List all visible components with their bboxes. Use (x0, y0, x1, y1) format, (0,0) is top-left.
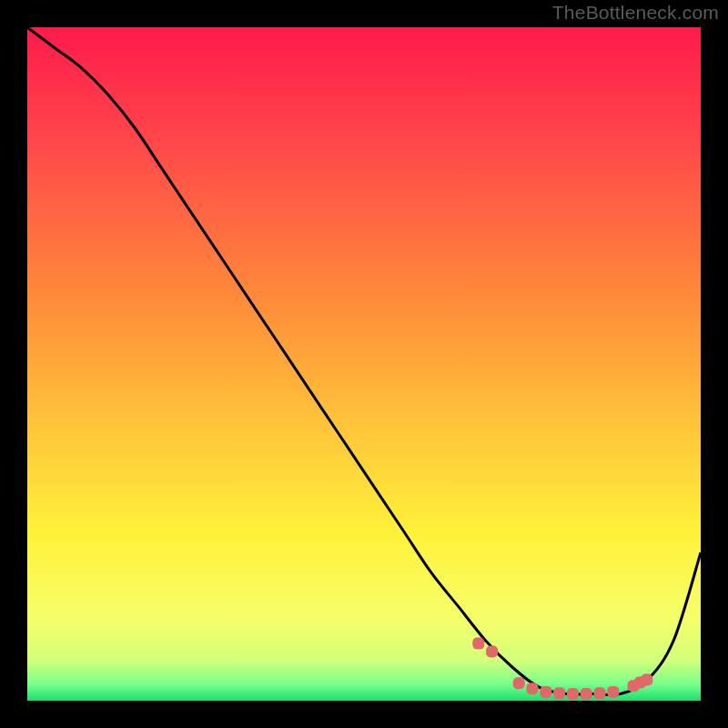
marker-dot (607, 686, 619, 698)
marker-dot (513, 677, 525, 689)
chart-svg (27, 27, 701, 701)
watermark-text: TheBottleneck.com (552, 2, 719, 24)
marker-dot (540, 686, 551, 698)
marker-dot (567, 688, 579, 700)
marker-dot (641, 674, 652, 686)
marker-dot (553, 687, 565, 699)
marker-dot (581, 688, 592, 700)
gradient-background (27, 27, 701, 701)
marker-dot (486, 645, 498, 657)
marker-dot (527, 682, 539, 694)
marker-dot (472, 638, 484, 650)
plot-area (27, 27, 701, 701)
marker-dot (594, 687, 606, 699)
chart-frame: TheBottleneck.com (0, 0, 728, 728)
